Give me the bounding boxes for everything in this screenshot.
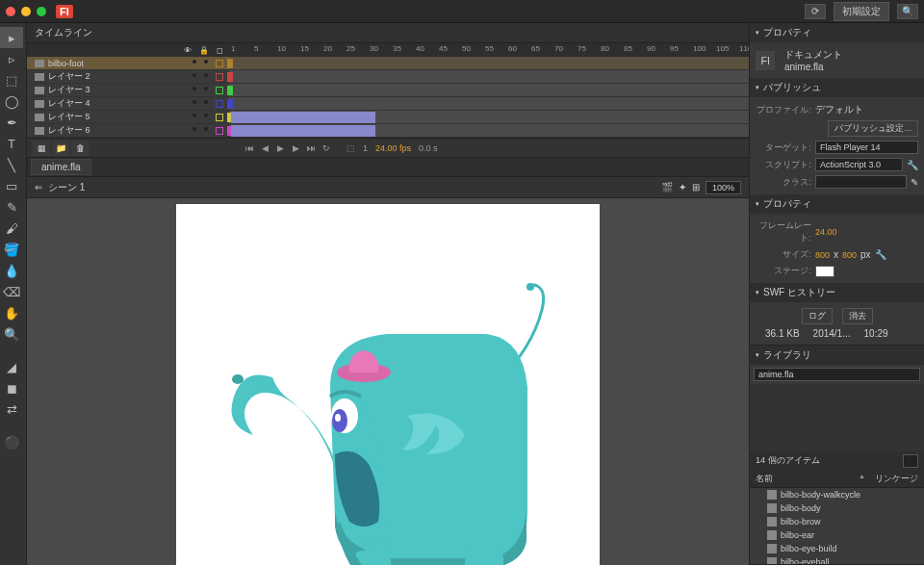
- layer-row[interactable]: レイヤー 6: [27, 124, 749, 138]
- outline-toggle[interactable]: [216, 114, 223, 121]
- visibility-toggle[interactable]: [192, 114, 196, 117]
- target-select[interactable]: Flash Player 14: [815, 141, 918, 154]
- back-icon[interactable]: ⇐: [35, 182, 42, 193]
- visibility-toggle[interactable]: [192, 73, 196, 77]
- workspace-preset-button[interactable]: 初期設定: [834, 2, 889, 21]
- new-folder-button[interactable]: 📁: [52, 141, 69, 156]
- frame-ruler[interactable]: 1510152025303540455055606570758085909510…: [229, 43, 749, 57]
- fps-field[interactable]: 24.00: [815, 227, 837, 237]
- first-frame-button[interactable]: ⏮: [243, 141, 256, 155]
- publish-section-header[interactable]: パブリッシュ: [750, 78, 924, 97]
- rectangle-tool[interactable]: ▭: [0, 175, 23, 196]
- search-icon[interactable]: 🔍: [897, 4, 918, 19]
- frame-track[interactable]: [229, 70, 749, 83]
- eyedropper-tool[interactable]: 💧: [0, 260, 23, 281]
- free-transform-tool[interactable]: ⬚: [0, 69, 23, 90]
- library-item[interactable]: bilbo-body-walkcycle: [750, 488, 924, 501]
- width-field[interactable]: 800: [815, 250, 830, 260]
- edit-symbol-icon[interactable]: ✦: [679, 182, 686, 193]
- sort-indicator-icon[interactable]: ▲: [859, 473, 865, 485]
- class-input[interactable]: [815, 175, 907, 189]
- lasso-tool[interactable]: ◯: [0, 90, 23, 112]
- pen-tool[interactable]: ✒: [0, 112, 23, 133]
- library-linkage-column[interactable]: リンケージ: [875, 473, 918, 485]
- stroke-color[interactable]: ◢: [0, 356, 23, 377]
- stage[interactable]: [176, 204, 600, 565]
- visibility-icon[interactable]: 👁: [184, 46, 192, 55]
- text-tool[interactable]: T: [0, 133, 23, 154]
- zoom-tool[interactable]: 🔍: [0, 323, 23, 345]
- workspace-icon[interactable]: ⊞: [692, 182, 700, 193]
- frame-track[interactable]: [229, 97, 749, 110]
- lock-toggle[interactable]: [204, 114, 208, 117]
- document-tab[interactable]: anime.fla: [31, 159, 91, 175]
- library-item[interactable]: bilbo-brow: [750, 515, 924, 528]
- swap-colors[interactable]: ⇄: [0, 398, 23, 420]
- wrench-icon[interactable]: 🔧: [907, 160, 918, 170]
- layer-row[interactable]: bilbo-foot: [27, 57, 749, 70]
- lock-toggle[interactable]: [204, 73, 208, 77]
- library-panel-tab[interactable]: ライブラリ: [750, 346, 924, 365]
- onion-skin-icon[interactable]: ⬚: [346, 143, 355, 153]
- library-items-list[interactable]: bilbo-body-walkcyclebilbo-bodybilbo-brow…: [750, 488, 924, 564]
- visibility-toggle[interactable]: [192, 87, 196, 90]
- layer-row[interactable]: レイヤー 3: [27, 84, 749, 97]
- edit-scene-icon[interactable]: 🎬: [661, 182, 673, 193]
- advanced-settings-icon[interactable]: 🔧: [875, 249, 886, 260]
- brush-tool[interactable]: 🖌: [0, 218, 23, 239]
- outline-toggle[interactable]: [216, 127, 223, 135]
- height-field[interactable]: 800: [842, 250, 857, 260]
- frame-track[interactable]: [229, 57, 749, 69]
- snap-option[interactable]: ⚫: [0, 431, 23, 452]
- hand-tool[interactable]: ✋: [0, 302, 23, 323]
- library-doc-select[interactable]: anime.fla: [754, 368, 920, 381]
- paint-bucket-tool[interactable]: 🪣: [0, 239, 23, 260]
- properties-panel-tab[interactable]: プロパティ: [750, 23, 924, 42]
- library-name-column[interactable]: 名前: [756, 473, 773, 485]
- layer-row[interactable]: レイヤー 2: [27, 70, 749, 84]
- new-layer-button[interactable]: ▦: [33, 141, 50, 156]
- loop-button[interactable]: ↻: [320, 141, 333, 155]
- layer-row[interactable]: レイヤー 4: [27, 97, 749, 111]
- prev-frame-button[interactable]: ◀: [258, 141, 271, 155]
- lock-toggle[interactable]: [204, 87, 208, 90]
- fps-value[interactable]: 24.00 fps: [375, 143, 411, 153]
- last-frame-button[interactable]: ⏭: [304, 141, 318, 155]
- lock-toggle[interactable]: [204, 100, 208, 104]
- lock-toggle[interactable]: [204, 127, 208, 131]
- visibility-toggle[interactable]: [192, 100, 196, 104]
- clear-button[interactable]: 消去: [842, 308, 873, 324]
- scene-name[interactable]: シーン 1: [48, 181, 85, 194]
- library-item[interactable]: bilbo-eye-build: [750, 542, 924, 555]
- delete-layer-button[interactable]: 🗑: [71, 141, 89, 156]
- visibility-toggle[interactable]: [192, 127, 196, 131]
- zoom-select[interactable]: 100%: [706, 181, 741, 194]
- layer-row[interactable]: レイヤー 5: [27, 111, 749, 124]
- next-frame-button[interactable]: ▶: [289, 141, 302, 155]
- lock-toggle[interactable]: [204, 60, 208, 64]
- outline-icon[interactable]: ◻: [217, 46, 223, 55]
- stage-color-swatch[interactable]: [815, 266, 834, 277]
- selection-tool[interactable]: ▸: [0, 27, 23, 48]
- properties-section-header[interactable]: プロパティ: [750, 194, 924, 214]
- pencil-icon[interactable]: ✎: [911, 177, 918, 188]
- outline-toggle[interactable]: [216, 60, 223, 67]
- stage-area[interactable]: [27, 198, 749, 565]
- swf-history-header[interactable]: SWF ヒストリー: [750, 283, 924, 302]
- subselection-tool[interactable]: ▹: [0, 48, 23, 69]
- outline-toggle[interactable]: [216, 73, 223, 81]
- elephant-artwork[interactable]: [195, 262, 580, 565]
- minimize-window-button[interactable]: [21, 7, 31, 16]
- log-button[interactable]: ログ: [802, 308, 833, 324]
- outline-toggle[interactable]: [216, 100, 223, 108]
- fill-color[interactable]: ◼: [0, 377, 23, 398]
- library-item[interactable]: bilbo-eyeball: [750, 555, 924, 564]
- library-search-input[interactable]: [903, 454, 918, 468]
- lock-icon[interactable]: 🔒: [199, 46, 209, 55]
- sync-icon[interactable]: ⟳: [805, 4, 826, 19]
- frame-track[interactable]: [229, 84, 749, 96]
- line-tool[interactable]: ╲: [0, 154, 23, 175]
- timeline-tab[interactable]: タイムライン: [27, 23, 749, 43]
- play-button[interactable]: ▶: [273, 141, 287, 155]
- pencil-tool[interactable]: ✎: [0, 196, 23, 218]
